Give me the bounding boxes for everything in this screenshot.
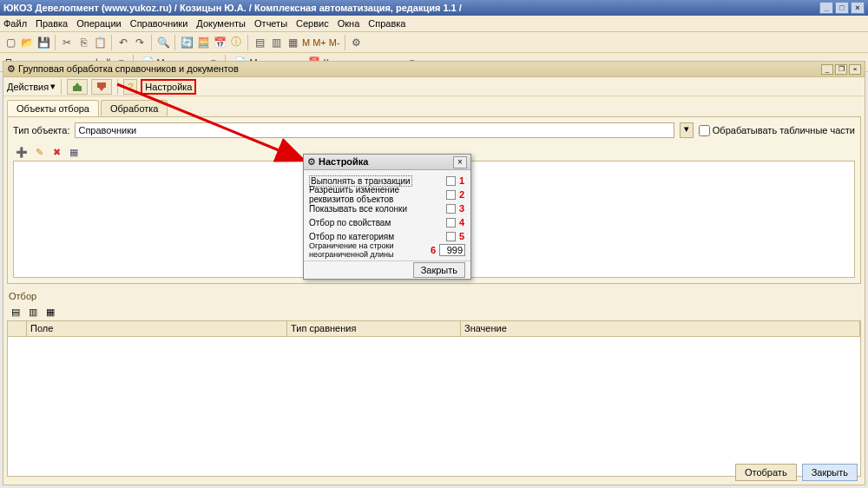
m-label: M [302,37,310,48]
type-label: Тип объекта: [13,125,69,135]
settings-button[interactable]: Настройка [141,79,196,95]
help-button[interactable]: ? [123,79,137,95]
separator [117,79,118,95]
paste-icon[interactable]: 📋 [93,36,107,49]
filter-col-field[interactable]: Поле [27,321,287,336]
filter-section-label: Отбор [3,287,865,303]
child-window-icon: ⚙ [7,63,16,74]
close-button[interactable]: × [851,2,865,14]
dialog-titlebar[interactable]: ⚙ Настройка × [304,155,470,170]
menu-edit[interactable]: Правка [36,18,68,29]
menu-reports[interactable]: Отчеты [254,18,287,29]
doc1-icon[interactable]: ▤ [253,36,266,49]
checkbox[interactable] [446,176,456,186]
dialog-close-btn[interactable]: Закрыть [413,262,465,278]
filter-header: Поле Тип сравнения Значение [8,321,860,337]
separator [247,35,248,50]
new-icon[interactable]: ▢ [3,36,17,49]
separator [345,35,345,50]
select-button[interactable]: Отобрать [735,464,797,481]
select-icon[interactable]: ▦ [67,145,81,159]
tab-objects[interactable]: Объекты отбора [7,100,99,116]
add-icon[interactable]: ➕ [15,145,29,159]
dialog-title: Настройка [319,156,368,167]
menu-catalogs[interactable]: Справочники [130,18,188,29]
type-input[interactable] [75,122,674,138]
process-tabparts-check[interactable]: Обрабатывать табличные части [699,125,855,136]
separator [174,35,175,50]
menu-help[interactable]: Справка [368,18,405,29]
copy-icon[interactable]: ⎘ [76,36,90,49]
footer-buttons: Отобрать Закрыть [735,464,858,481]
separator [55,35,56,50]
actions-dropdown[interactable]: Действия ▾ [7,81,56,92]
main-toolbar: ▢ 📂 💾 ✂ ⎘ 📋 ↶ ↷ 🔍 🔄 🧮 📅 ⓘ ▤ ▥ ▦ M M+ M- … [0,32,868,53]
maximize-button[interactable]: □ [835,2,849,14]
svg-rect-0 [73,86,82,91]
menu-windows[interactable]: Окна [338,18,360,29]
checkbox[interactable] [446,190,456,200]
checkbox[interactable] [446,218,456,228]
settings-dialog: ⚙ Настройка × Выполнять в транзакции 1 Р… [303,154,471,280]
filter-del-icon[interactable]: ▥ [26,305,40,319]
dialog-footer: Закрыть [304,260,470,279]
child-window-title: Групповая обработка справочников и докум… [18,63,239,74]
menu-file[interactable]: Файл [3,18,27,29]
limit-input[interactable] [439,244,465,256]
menu-documents[interactable]: Документы [196,18,246,29]
tab-processing[interactable]: Обработка [101,100,168,116]
actions-bar: Действия ▾ ? Настройка [3,77,865,96]
filter-body[interactable] [8,337,860,476]
dialog-icon: ⚙ [307,156,316,167]
cut-icon[interactable]: ✂ [60,36,74,49]
find-icon[interactable]: 🔍 [156,36,170,49]
menu-service[interactable]: Сервис [296,18,329,29]
menu-operations[interactable]: Операции [76,18,121,29]
help-icon[interactable]: ⓘ [229,36,243,49]
child-window-header: ⚙ Групповая обработка справочников и док… [3,62,865,77]
filter-clear-icon[interactable]: ▦ [43,305,57,319]
dialog-row-allow-edit: Разрешить изменение реквизитов объектов … [309,188,465,201]
filter-grid: Поле Тип сравнения Значение [7,320,861,477]
dialog-close-button[interactable]: × [453,156,467,168]
dialog-row-by-props: Отбор по свойствам 4 [309,215,465,229]
filter-col-compare[interactable]: Тип сравнения [287,321,461,336]
save-icon[interactable]: 💾 [36,36,50,49]
load-icon [71,81,83,93]
child-restore-button[interactable]: ❐ [835,64,847,75]
redo-icon[interactable]: ↷ [133,36,147,49]
save-settings-button[interactable] [91,79,112,95]
filter-add-icon[interactable]: ▤ [9,305,23,319]
window-titlebar: ЮКОЗ Девелопмент (www.yukoz.ru) / Козицы… [0,0,868,16]
checkbox[interactable] [446,232,456,241]
undo-icon[interactable]: ↶ [116,36,130,49]
tool-icon[interactable]: ⚙ [350,36,364,49]
mplus-label: M+ [312,37,326,48]
open-icon[interactable]: 📂 [20,36,34,49]
close-form-button[interactable]: Закрыть [802,464,858,481]
calendar-icon[interactable]: 📅 [213,36,227,49]
separator [111,35,112,50]
filter-col-check[interactable] [8,321,27,336]
dialog-row-limit: Ограничение на строки неограниченной дли… [309,243,465,257]
svg-rect-1 [97,82,106,88]
doc3-icon[interactable]: ▦ [286,36,299,49]
child-close-button[interactable]: × [849,64,861,75]
child-minimize-button[interactable]: _ [821,64,833,75]
doc2-icon[interactable]: ▥ [269,36,283,49]
filter-toolbar: ▤ ▥ ▦ [3,303,865,320]
mminus-label: M- [329,37,340,48]
filter-col-value[interactable]: Значение [461,321,860,336]
calc-icon[interactable]: 🧮 [196,36,210,49]
refresh-icon[interactable]: 🔄 [180,36,194,49]
minimize-button[interactable]: _ [819,2,833,14]
load-settings-button[interactable] [67,79,88,95]
app-title: ЮКОЗ Девелопмент (www.yukoz.ru) / Козицы… [3,0,462,16]
checkbox[interactable] [446,204,456,214]
separator [151,35,152,50]
edit-icon[interactable]: ✎ [32,145,46,159]
menubar: Файл Правка Операции Справочники Докумен… [0,16,868,32]
type-dropdown-button[interactable]: ▾ [680,122,694,138]
delete-icon[interactable]: ✖ [49,145,63,159]
save-icon [95,81,108,93]
